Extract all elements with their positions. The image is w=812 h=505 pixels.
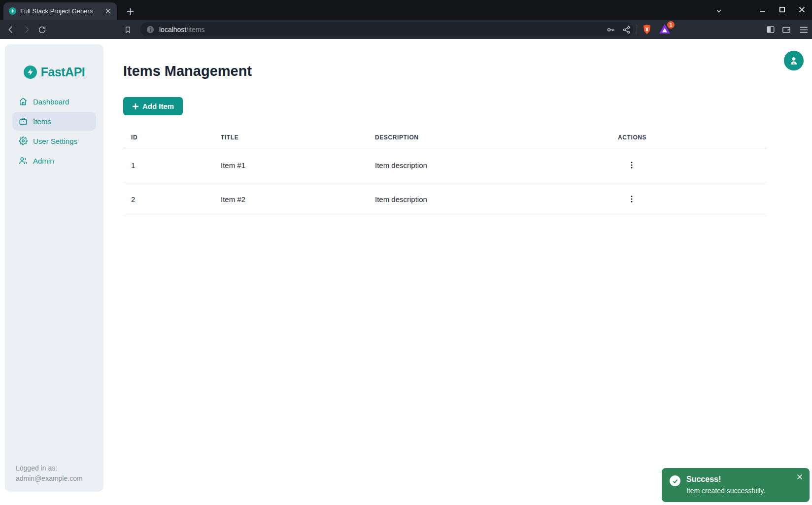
site-info-icon[interactable]	[146, 26, 154, 34]
browser-toolbar: localhost/items 1	[0, 20, 812, 39]
tab-close-icon[interactable]	[103, 6, 113, 16]
cell-description: Item description	[367, 182, 610, 216]
reload-button[interactable]	[35, 23, 48, 36]
check-circle-icon	[670, 475, 680, 486]
home-icon	[19, 97, 28, 106]
brave-rewards-icon[interactable]: 1	[658, 23, 672, 36]
url-path: /items	[186, 26, 204, 34]
window-minimize-button[interactable]	[756, 3, 769, 16]
sidebar-item-label: Items	[33, 117, 51, 126]
new-tab-button[interactable]	[124, 5, 136, 18]
gear-icon	[19, 136, 28, 145]
cell-actions	[610, 182, 767, 216]
logged-in-info: Logged in as: admin@example.com	[16, 463, 83, 484]
kebab-menu-icon	[628, 161, 636, 169]
forward-button[interactable]	[20, 23, 33, 36]
table-row: 2 Item #2 Item description	[123, 182, 767, 216]
items-table: ID TITLE DESCRIPTION ACTIONS 1 Item #1 I…	[123, 127, 767, 216]
toast-body: Success! Item created successfully.	[686, 474, 765, 496]
row-actions-menu-button[interactable]	[625, 158, 639, 172]
share-icon[interactable]	[620, 23, 633, 36]
add-item-label: Add Item	[142, 102, 174, 110]
sidebar-item-label: Admin	[33, 157, 54, 165]
table-header-row: ID TITLE DESCRIPTION ACTIONS	[123, 127, 767, 148]
url-text: localhost/items	[159, 26, 205, 34]
rewards-notification-badge: 1	[667, 21, 675, 29]
column-header-id: ID	[123, 127, 213, 148]
password-key-icon[interactable]	[604, 23, 617, 36]
url-host: localhost	[159, 26, 186, 34]
add-item-button[interactable]: Add Item	[123, 97, 183, 115]
cell-title: Item #1	[213, 148, 367, 182]
url-bar[interactable]: localhost/items	[140, 22, 633, 36]
browser-tab-bar: Full Stack Project Genera	[0, 0, 812, 20]
tab-search-chevron-icon[interactable]	[713, 5, 725, 17]
row-actions-menu-button[interactable]	[625, 192, 639, 206]
column-header-actions: ACTIONS	[610, 127, 767, 148]
sidebar-item-user-settings[interactable]: User Settings	[12, 132, 96, 150]
tab-title: Full Stack Project Genera	[20, 7, 103, 15]
sidebar-item-label: Dashboard	[33, 98, 69, 106]
cell-actions	[610, 148, 767, 182]
table-row: 1 Item #1 Item description	[123, 148, 767, 182]
main-content: Items Management Add Item ID TITLE DESCR…	[103, 39, 812, 505]
success-toast: Success! Item created successfully.	[662, 468, 810, 502]
plus-icon	[132, 103, 139, 110]
page-title: Items Management	[123, 63, 812, 79]
cell-title: Item #2	[213, 182, 367, 216]
fastapi-logo-text: FastAPI	[41, 65, 85, 79]
fastapi-logo-icon	[24, 66, 37, 79]
window-maximize-button[interactable]	[776, 3, 788, 16]
brave-shield-icon[interactable]	[641, 23, 653, 36]
sidebar-nav: Dashboard Items User Settings	[5, 92, 103, 170]
column-header-title: TITLE	[213, 127, 367, 148]
toolbar-divider	[637, 25, 637, 34]
sidebar-item-label: User Settings	[33, 137, 77, 145]
bookmark-icon[interactable]	[121, 23, 134, 36]
sidebar-item-items[interactable]: Items	[12, 112, 96, 131]
page-content: FastAPI Dashboard Items	[0, 39, 812, 505]
toast-close-icon[interactable]	[795, 472, 804, 481]
logged-in-label: Logged in as:	[16, 463, 83, 473]
column-header-description: DESCRIPTION	[367, 127, 610, 148]
side-panel-icon[interactable]	[764, 23, 777, 36]
briefcase-icon	[19, 117, 28, 126]
browser-tab[interactable]: Full Stack Project Genera	[3, 2, 117, 20]
toast-title: Success!	[686, 474, 765, 484]
sidebar: FastAPI Dashboard Items	[5, 44, 103, 492]
toast-message: Item created successfully.	[686, 486, 765, 495]
sidebar-item-dashboard[interactable]: Dashboard	[12, 92, 96, 111]
window-close-button[interactable]	[795, 3, 808, 16]
cell-id: 2	[123, 182, 213, 216]
fastapi-logo: FastAPI	[5, 65, 103, 79]
cell-id: 1	[123, 148, 213, 182]
kebab-menu-icon	[628, 195, 636, 203]
fastapi-favicon-icon	[9, 7, 16, 15]
wallet-icon[interactable]	[780, 23, 793, 36]
back-button[interactable]	[4, 23, 17, 36]
users-icon	[19, 156, 28, 165]
logged-in-email: admin@example.com	[16, 473, 83, 484]
sidebar-item-admin[interactable]: Admin	[12, 151, 96, 170]
cell-description: Item description	[367, 148, 610, 182]
menu-hamburger-icon[interactable]	[797, 23, 810, 36]
